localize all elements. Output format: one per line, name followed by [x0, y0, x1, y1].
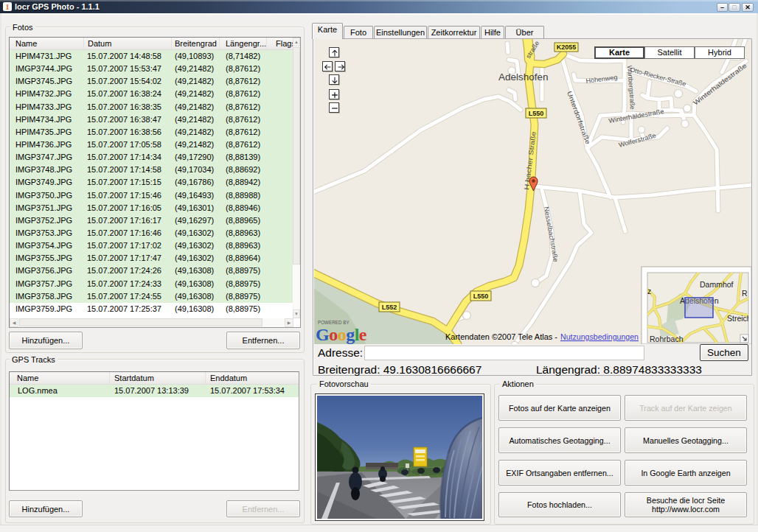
svg-text:L550: L550 [473, 293, 489, 300]
svg-text:POWERED BY: POWERED BY [318, 320, 350, 325]
svg-text:z: z [647, 287, 651, 295]
svg-text:Google: Google [316, 325, 367, 344]
svg-text:Rohrbach: Rohrbach [650, 335, 684, 343]
svg-text:Streich: Streich [727, 314, 751, 323]
svg-text:Kartendaten ©2007 Tele Atlas -: Kartendaten ©2007 Tele Atlas - [445, 332, 557, 341]
svg-text:K2055: K2055 [557, 43, 577, 51]
svg-text:R: R [742, 289, 748, 298]
svg-text:Dammhof: Dammhof [700, 280, 734, 289]
svg-text:Nutzungsbedingungen: Nutzungsbedingungen [560, 332, 639, 341]
svg-text:L552: L552 [382, 304, 397, 311]
svg-text:Adelshofen: Adelshofen [498, 71, 549, 83]
svg-text:L550: L550 [529, 110, 544, 117]
